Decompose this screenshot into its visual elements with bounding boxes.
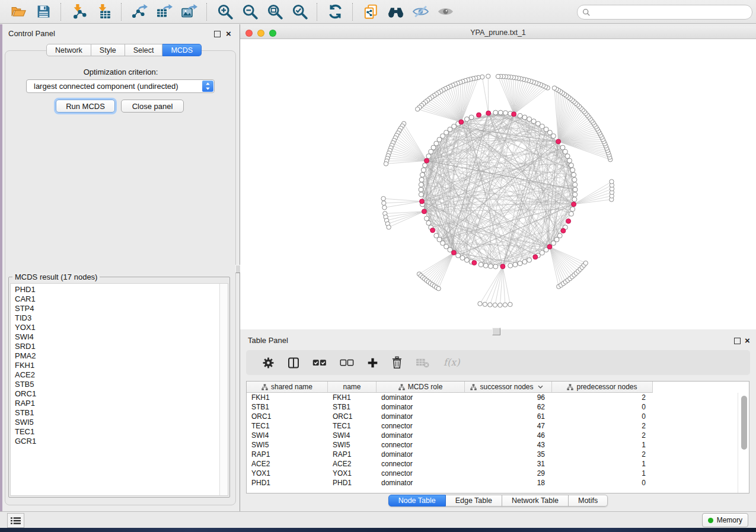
mcds-result-item[interactable]: TEC1 (11, 427, 219, 437)
cell-predecessor-nodes[interactable]: 2 (552, 450, 646, 459)
cell-successor-nodes[interactable]: 29 (465, 469, 545, 478)
cell-name[interactable]: SWI5 (328, 440, 377, 450)
cell-predecessor-nodes[interactable]: 0 (552, 412, 646, 421)
zoom-in-button[interactable] (216, 3, 234, 21)
mcds-result-item[interactable]: ORC1 (11, 389, 219, 399)
mcds-list-scrollbar[interactable] (219, 284, 228, 495)
cell-predecessor-nodes[interactable]: 1 (552, 459, 646, 469)
table-row[interactable]: PHD1PHD1dominator180 (247, 478, 738, 488)
cell-MCDS-role[interactable]: dominator (377, 412, 465, 421)
table-row[interactable]: TEC1TEC1connector472 (247, 421, 738, 431)
mcds-result-item[interactable]: FKH1 (11, 361, 219, 370)
duplicate-network-button[interactable] (362, 3, 379, 21)
tab-mcds[interactable]: MCDS (162, 44, 202, 56)
tab-node-table[interactable]: Node Table (388, 495, 446, 507)
cell-shared-name[interactable]: FKH1 (247, 393, 328, 402)
mcds-result-item[interactable]: GCR1 (11, 437, 219, 446)
cell-name[interactable]: TEC1 (328, 421, 377, 431)
run-mcds-button[interactable]: Run MCDS (56, 100, 115, 113)
cell-name[interactable]: RAP1 (328, 450, 377, 459)
mcds-result-item[interactable]: STB1 (11, 408, 219, 418)
memory-button[interactable]: Memory (702, 513, 748, 527)
cell-MCDS-role[interactable]: dominator (377, 402, 465, 412)
column-header-name[interactable]: name (328, 382, 377, 393)
cell-shared-name[interactable]: RAP1 (247, 450, 328, 459)
cell-successor-nodes[interactable]: 47 (465, 421, 545, 431)
mcds-result-item[interactable]: TID3 (11, 313, 219, 323)
table-row[interactable]: SWI5SWI5connector431 (247, 440, 738, 450)
mcds-result-item[interactable]: ACE2 (11, 370, 219, 380)
tab-select[interactable]: Select (125, 44, 163, 56)
tab-style[interactable]: Style (91, 44, 125, 56)
table-row[interactable]: ACE2ACE2connector311 (247, 459, 738, 469)
cell-MCDS-role[interactable]: dominator (377, 478, 465, 488)
cell-MCDS-role[interactable]: connector (377, 459, 465, 469)
cell-predecessor-nodes[interactable]: 1 (552, 469, 646, 478)
column-header-predecessor-nodes[interactable]: predecessor nodes (552, 382, 653, 393)
mcds-result-item[interactable]: STB5 (11, 380, 219, 389)
export-image-button[interactable] (180, 3, 198, 21)
task-history-button[interactable] (7, 513, 24, 528)
zoom-fit-button[interactable] (266, 3, 283, 21)
cell-predecessor-nodes[interactable]: 0 (552, 402, 646, 412)
export-network-button[interactable] (130, 3, 148, 21)
table-row[interactable]: RAP1RAP1dominator352 (247, 450, 738, 459)
search-box[interactable] (577, 5, 752, 20)
table-row[interactable]: FKH1FKH1dominator962 (247, 393, 738, 402)
criterion-select[interactable]: largest connected component (undirected) (26, 79, 215, 93)
close-panel-icon[interactable]: × (745, 336, 750, 344)
cell-MCDS-role[interactable]: dominator (377, 431, 465, 440)
cell-shared-name[interactable]: ACE2 (247, 459, 328, 469)
cell-successor-nodes[interactable]: 61 (465, 412, 545, 421)
select-all-rows-button[interactable] (312, 358, 327, 367)
import-network-button[interactable] (70, 3, 88, 21)
close-panel-icon[interactable]: × (226, 30, 231, 37)
scrollbar-thumb[interactable] (741, 396, 747, 450)
table-scrollbar[interactable] (738, 393, 749, 493)
cell-predecessor-nodes[interactable]: 2 (552, 393, 646, 402)
cell-predecessor-nodes[interactable]: 2 (552, 421, 646, 431)
add-column-button[interactable] (367, 357, 378, 368)
cell-successor-nodes[interactable]: 31 (465, 459, 545, 469)
tab-network-table[interactable]: Network Table (502, 495, 569, 507)
cell-MCDS-role[interactable]: dominator (377, 393, 465, 402)
cell-name[interactable]: PHD1 (328, 478, 377, 488)
close-panel-button[interactable]: Close panel (121, 100, 184, 113)
cell-shared-name[interactable]: TEC1 (247, 421, 328, 431)
tab-network[interactable]: Network (46, 44, 91, 56)
cell-MCDS-role[interactable]: connector (377, 469, 465, 478)
cell-predecessor-nodes[interactable]: 1 (552, 440, 646, 450)
cell-MCDS-role[interactable]: dominator (377, 450, 465, 459)
search-input[interactable] (594, 7, 752, 18)
hide-selected-button[interactable] (412, 3, 429, 21)
zoom-selected-button[interactable] (291, 3, 308, 21)
save-session-button[interactable] (34, 3, 52, 21)
zoom-out-button[interactable] (241, 3, 259, 21)
tab-edge-table[interactable]: Edge Table (446, 495, 502, 507)
horizontal-splitter-handle[interactable] (492, 328, 500, 335)
delete-columns-button[interactable] (391, 356, 403, 369)
cell-MCDS-role[interactable]: connector (377, 440, 465, 450)
mcds-result-item[interactable]: RAP1 (11, 399, 219, 408)
column-header-MCDS-role[interactable]: MCDS role (377, 382, 465, 393)
cell-name[interactable]: FKH1 (328, 393, 377, 402)
first-neighbors-button[interactable] (387, 3, 404, 21)
cell-name[interactable]: YOX1 (328, 469, 377, 478)
open-file-button[interactable] (9, 3, 27, 21)
mcds-result-item[interactable]: YOX1 (11, 323, 219, 332)
column-header-shared-name[interactable]: shared name (247, 382, 328, 393)
cell-shared-name[interactable]: STB1 (247, 402, 328, 412)
float-panel-icon[interactable] (734, 338, 741, 344)
table-row[interactable]: STB1STB1dominator620 (247, 402, 738, 412)
mcds-result-item[interactable]: PHD1 (11, 285, 219, 294)
cell-predecessor-nodes[interactable]: 2 (552, 431, 646, 440)
table-row[interactable]: YOX1YOX1connector291 (247, 469, 738, 478)
cell-successor-nodes[interactable]: 35 (465, 450, 545, 459)
cell-shared-name[interactable]: PHD1 (247, 478, 328, 488)
mcds-result-item[interactable]: STP4 (11, 304, 219, 313)
float-panel-icon[interactable] (214, 31, 221, 37)
export-table-button[interactable] (155, 3, 173, 21)
mcds-result-item[interactable]: SWI4 (11, 332, 219, 342)
network-graph[interactable] (240, 39, 756, 329)
table-row[interactable]: SWI4SWI4dominator462 (247, 431, 738, 440)
